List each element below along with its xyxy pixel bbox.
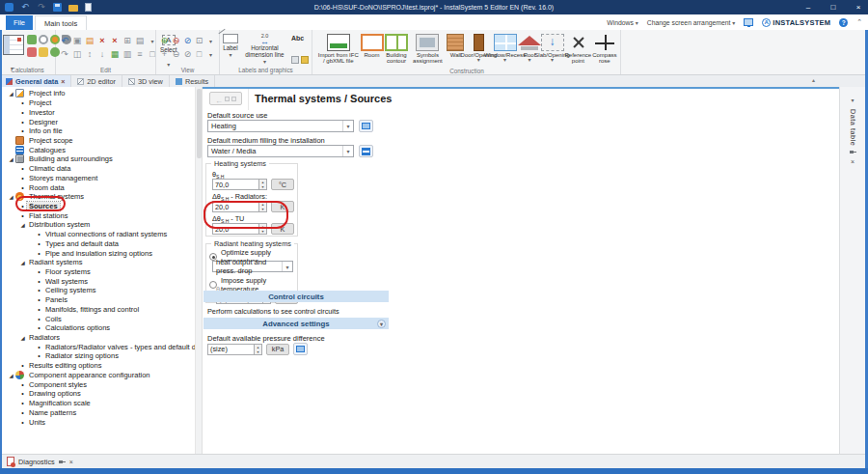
help-icon[interactable]	[839, 18, 848, 27]
supply-temp-input[interactable]: 70,0	[212, 179, 267, 190]
tree-item[interactable]: Coils	[2, 314, 195, 323]
dt-radiators-unit-button[interactable]: K	[271, 201, 294, 212]
tree-item[interactable]: Designer	[2, 117, 195, 126]
tree-item[interactable]: Ceiling systems	[2, 286, 195, 295]
close-icon[interactable]	[69, 459, 73, 465]
tree-item[interactable]: Project scope	[2, 136, 195, 146]
dt-radiators-value[interactable]: 20,0	[212, 201, 258, 212]
dt-radiators-input[interactable]: 20,0	[212, 201, 267, 212]
close-icon[interactable]	[61, 78, 65, 85]
zoom-previous-icon[interactable]	[171, 48, 181, 60]
tree-item[interactable]: Radiant systems	[2, 258, 195, 267]
windows-menu[interactable]: Windows	[607, 19, 638, 26]
battery-icon[interactable]	[39, 47, 48, 57]
construction-button[interactable]: Door/Opening	[466, 33, 491, 64]
maximize-button[interactable]	[827, 3, 839, 12]
redo-icon[interactable]	[59, 48, 70, 60]
spinner-arrows[interactable]	[258, 201, 267, 212]
close-button[interactable]	[853, 3, 864, 12]
spinner-arrows[interactable]	[254, 344, 262, 355]
chevron-down-icon[interactable]	[205, 48, 216, 60]
tree-item[interactable]: Radiators	[2, 333, 195, 343]
pressure-monitor-button[interactable]	[293, 343, 308, 355]
monitor-icon[interactable]	[744, 18, 753, 26]
dt-tu-unit-button[interactable]: K	[271, 223, 294, 235]
spinner-arrows[interactable]	[258, 179, 267, 190]
construction-button[interactable]: Roof	[519, 33, 540, 64]
delete-icon[interactable]	[109, 35, 121, 46]
tree-item[interactable]: Component styles	[2, 379, 195, 389]
construction-button[interactable]: Window/Recess	[491, 33, 519, 64]
tree-item[interactable]: Storeys management	[2, 173, 195, 182]
construction-button[interactable]: Import from IFC / gbXML file	[315, 33, 362, 65]
merge-icon[interactable]	[122, 35, 133, 46]
pressure-unit-button[interactable]: kPa	[266, 344, 289, 355]
collapse-ribbon-icon[interactable]	[856, 18, 862, 26]
tree-item[interactable]: Project	[2, 98, 195, 108]
data-table-tab[interactable]: Data table	[849, 109, 857, 146]
spinner-arrows[interactable]	[258, 223, 267, 235]
main-tools-tab[interactable]: Main tools	[35, 15, 87, 30]
document-tab[interactable]: 3D view	[122, 75, 170, 87]
picture-icon[interactable]	[27, 35, 37, 44]
tree-item[interactable]: Virtual connections of radiant systems	[2, 230, 195, 239]
zoom-in-icon[interactable]	[159, 35, 170, 46]
change-screen-arrangement-menu[interactable]: Change screen arrangement	[647, 19, 736, 26]
align-icon[interactable]	[134, 35, 146, 46]
copy-icon[interactable]	[71, 35, 83, 46]
diagnostics-tab[interactable]: Diagnostics	[18, 458, 55, 466]
minimize-button[interactable]	[802, 3, 814, 12]
construction-button[interactable]: Room	[362, 33, 383, 58]
document-tab[interactable]: General data	[0, 75, 71, 87]
advanced-settings-header[interactable]: Advanced settings	[203, 318, 389, 329]
tree-item[interactable]: Distribution system	[2, 220, 195, 230]
flip-vertical-icon[interactable]	[84, 48, 95, 60]
tree-item[interactable]: Radiator sizing options	[2, 351, 195, 361]
tree-item[interactable]: Units	[2, 417, 195, 427]
tree-item[interactable]: Investor	[2, 107, 195, 117]
tree-item[interactable]: Sources	[2, 202, 195, 211]
open-file-icon[interactable]	[68, 5, 78, 12]
tree-item[interactable]: Types and default data	[2, 239, 195, 249]
new-file-icon[interactable]	[85, 3, 92, 12]
tree-item[interactable]: Magnification scale	[2, 399, 195, 408]
tree-item[interactable]: Flat stations	[2, 210, 195, 220]
tree-item[interactable]: Catalogues	[2, 145, 195, 154]
zoom-area-icon[interactable]	[182, 35, 193, 46]
move-down-icon[interactable]	[96, 48, 108, 60]
redo-icon[interactable]	[37, 3, 46, 12]
calculations-table-icon[interactable]	[3, 35, 24, 55]
undo-icon[interactable]	[20, 3, 30, 12]
pin-icon[interactable]	[59, 459, 66, 465]
supply-temp-unit-button[interactable]: °C	[271, 179, 294, 190]
tree-item[interactable]: Component appearance configuration	[2, 371, 195, 380]
pressure-input[interactable]: (size)	[207, 344, 262, 355]
supply-temp-value[interactable]: 70,0	[212, 179, 258, 190]
document-tab[interactable]: 2D editor	[71, 75, 122, 87]
zoom-out-icon[interactable]	[171, 35, 181, 46]
tree-item[interactable]: Wall systems	[2, 276, 195, 286]
text-style-button[interactable]: Abc	[291, 35, 309, 42]
tree-item[interactable]: Thermal systems	[2, 192, 195, 202]
grid-icon[interactable]	[109, 48, 121, 60]
construction-button[interactable]: Symbols assignment	[410, 33, 445, 65]
undo-icon[interactable]	[59, 35, 70, 46]
medium-table-button[interactable]	[359, 145, 373, 157]
pin-icon[interactable]	[850, 149, 856, 155]
chevron-down-icon[interactable]	[377, 320, 386, 328]
back-navigation-button[interactable]	[209, 92, 242, 105]
construction-button[interactable]: Compass rose	[592, 33, 617, 65]
layers-icon[interactable]	[194, 48, 204, 60]
pan-icon[interactable]	[159, 48, 170, 60]
tree-item[interactable]: Manifolds, fittings and control	[2, 305, 195, 315]
cut-icon[interactable]	[96, 35, 108, 46]
tab-scroll-icon[interactable]	[812, 76, 815, 83]
tree-item[interactable]: Name patterns	[2, 407, 195, 417]
scrollbar-thumb[interactable]	[197, 89, 202, 158]
tree-item[interactable]: Calculations options	[2, 323, 195, 333]
source-use-select[interactable]: Heating	[207, 120, 354, 132]
optimize-mode-select[interactable]: heat output and press. drop	[212, 261, 293, 272]
tree-item[interactable]: Project info	[2, 89, 195, 98]
tree-item[interactable]: Room data	[2, 182, 195, 192]
pencil-icon[interactable]	[301, 56, 309, 64]
